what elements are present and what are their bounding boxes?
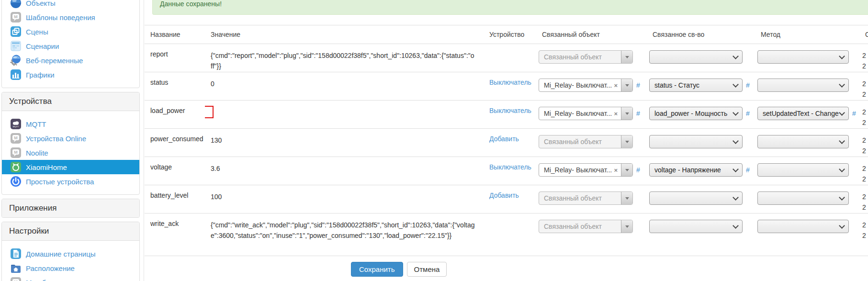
property-value: {"cmd":"report","model":"plug","sid":"15… bbox=[205, 44, 484, 72]
select-value: voltage - Напряжение bbox=[654, 166, 733, 174]
combobox-dropdown-button[interactable] bbox=[621, 192, 632, 204]
combobox-dropdown-button[interactable] bbox=[621, 51, 632, 63]
linked-object-combobox[interactable]: Mi_Relay- Выключат... × bbox=[539, 163, 633, 177]
combobox-dropdown-button[interactable] bbox=[621, 164, 632, 176]
method-select[interactable] bbox=[757, 50, 849, 64]
select-value: status - Статус bbox=[654, 81, 733, 89]
scenes-icon bbox=[10, 26, 22, 37]
method-select[interactable] bbox=[757, 79, 849, 92]
sidebar-item-location[interactable]: Расположение bbox=[2, 261, 139, 275]
linked-property-select[interactable] bbox=[649, 191, 743, 205]
sidebar-item-scripts[interactable]: Сценарии bbox=[2, 39, 139, 53]
method-select[interactable] bbox=[757, 135, 849, 148]
device-link[interactable]: Выключатель bbox=[489, 79, 531, 86]
combobox-placeholder: Связанный объект bbox=[539, 53, 621, 61]
method-hash-link[interactable]: # bbox=[852, 107, 856, 120]
property-hash-link[interactable]: # bbox=[746, 79, 750, 92]
mqtt-cloud-icon: MQTT bbox=[10, 118, 22, 130]
clear-icon[interactable]: × bbox=[612, 110, 621, 117]
m-bubble-icon: M bbox=[10, 277, 22, 281]
property-hash-link[interactable]: # bbox=[746, 163, 750, 177]
col-header-method: Метод bbox=[755, 25, 859, 44]
section-heading-settings[interactable]: Настройки bbox=[2, 222, 139, 241]
linked-object-combobox[interactable]: Связанный объект bbox=[539, 191, 633, 205]
object-hash-link[interactable]: # bbox=[636, 107, 640, 120]
sidebar-item-simple-devices[interactable]: Простые устройства bbox=[2, 174, 139, 189]
col-header-linked-property: Связанное св-во bbox=[647, 25, 755, 44]
device-link[interactable]: Выключатель bbox=[489, 163, 531, 171]
sidebar-item-label: Объекты bbox=[26, 0, 56, 7]
property-value: 100 bbox=[205, 185, 484, 214]
table-row-power-consumed: power_consumed 130 Добавить Связанный об… bbox=[145, 129, 868, 157]
sidebar-item-behavior-templates[interactable]: MШаблоны поведения bbox=[2, 10, 139, 24]
section-heading-applications[interactable]: Приложения bbox=[2, 199, 139, 217]
sidebar-item-my-blocks[interactable]: MМои блоки bbox=[2, 275, 139, 281]
folder-home-icon bbox=[10, 262, 22, 274]
linked-object-combobox[interactable]: Связанный объект bbox=[539, 220, 633, 233]
device-link[interactable]: Добавить bbox=[489, 191, 519, 199]
sidebar-item-web-variables[interactable]: Веб-переменные bbox=[2, 53, 139, 67]
linked-property-select[interactable]: voltage - Напряжение bbox=[649, 163, 743, 177]
object-hash-link[interactable]: # bbox=[636, 79, 640, 92]
sidebar-item-noolite[interactable]: MNoolite bbox=[2, 146, 139, 160]
device-link[interactable]: Добавить bbox=[489, 135, 519, 143]
sidebar-item-home-pages[interactable]: Домашние страницы bbox=[2, 247, 139, 261]
web-globe-gear-icon bbox=[10, 55, 22, 66]
sidebar-item-label: Устройства Online bbox=[26, 135, 86, 143]
linked-property-select[interactable] bbox=[649, 135, 743, 148]
combobox-dropdown-button[interactable] bbox=[621, 79, 632, 91]
combobox-dropdown-button[interactable] bbox=[621, 135, 632, 148]
property-value: 3.6 bbox=[205, 157, 484, 185]
clear-icon[interactable]: × bbox=[612, 82, 621, 89]
table-header-row: Название Значение Устройство Связанный о… bbox=[145, 25, 868, 44]
cancel-button[interactable]: Отмена bbox=[407, 262, 447, 277]
combobox-dropdown-button[interactable] bbox=[621, 220, 632, 233]
save-button[interactable]: Сохранить bbox=[351, 262, 403, 277]
sidebar-panel-settings: НастройкиДомашние страницыРасположениеMМ… bbox=[1, 222, 140, 281]
property-hash-link[interactable]: # bbox=[746, 107, 750, 120]
linked-object-combobox[interactable]: Связанный объект bbox=[539, 135, 633, 148]
chevron-down-icon bbox=[733, 223, 739, 229]
sidebar-item-label: Простые устройства bbox=[26, 178, 94, 186]
device-link[interactable]: Выключатель bbox=[489, 107, 531, 114]
linked-object-combobox[interactable]: Mi_Relay- Выключат... × bbox=[539, 79, 633, 92]
col-header-name: Название bbox=[145, 25, 205, 44]
section-heading-devices[interactable]: Устройства bbox=[2, 92, 139, 111]
linked-object-combobox[interactable]: Связанный объект bbox=[539, 50, 633, 64]
scripts-icon bbox=[10, 40, 22, 52]
svg-text:M: M bbox=[14, 280, 18, 281]
method-select[interactable] bbox=[757, 220, 849, 233]
sidebar-item-mqtt[interactable]: MQTTMQTT bbox=[2, 117, 139, 131]
sidebar-item-objects[interactable]: Объекты bbox=[2, 0, 139, 10]
combobox-dropdown-button[interactable] bbox=[621, 107, 632, 120]
sidebar-item-scenes[interactable]: Сцены bbox=[2, 24, 139, 39]
sidebar-item-xiaomihome[interactable]: XiaomiHome bbox=[2, 160, 139, 174]
chevron-down-icon bbox=[625, 112, 629, 115]
linked-property-select[interactable] bbox=[649, 50, 743, 64]
method-select[interactable] bbox=[757, 163, 849, 177]
device-cell bbox=[484, 214, 536, 256]
chevron-down-icon bbox=[839, 138, 845, 144]
sidebar-item-label: Графики bbox=[26, 71, 55, 79]
clear-icon[interactable]: × bbox=[612, 167, 621, 174]
sidebar-item-devices-online[interactable]: MУстройства Online bbox=[2, 131, 139, 146]
sidebar-item-charts[interactable]: Графики bbox=[2, 67, 139, 82]
linked-property-select[interactable] bbox=[649, 220, 743, 233]
property-name: battery_level bbox=[145, 185, 205, 214]
chevron-down-icon bbox=[733, 53, 739, 59]
method-select[interactable] bbox=[757, 191, 849, 205]
linked-object-combobox[interactable]: Mi_Relay- Выключат... × bbox=[539, 107, 633, 120]
linked-property-select[interactable]: status - Статус bbox=[649, 79, 743, 92]
chevron-down-icon bbox=[625, 197, 629, 200]
sidebar-list-settings: Домашние страницыРасположениеMМои блоки bbox=[2, 241, 139, 281]
linked-property-select[interactable]: load_power - Мощность bbox=[649, 107, 743, 120]
method-select[interactable]: setUpdatedText - Change bbox=[757, 107, 849, 120]
svg-text:MQTT: MQTT bbox=[13, 125, 19, 128]
object-hash-link[interactable]: # bbox=[636, 163, 640, 177]
sidebar-item-label: XiaomiHome bbox=[26, 163, 67, 171]
bar-chart-icon bbox=[10, 69, 22, 80]
device-cell bbox=[484, 44, 536, 72]
property-name: voltage bbox=[145, 157, 205, 185]
annotation-red-box: 0.00 bbox=[205, 106, 214, 118]
sidebar-item-label: Домашние страницы bbox=[26, 250, 96, 258]
